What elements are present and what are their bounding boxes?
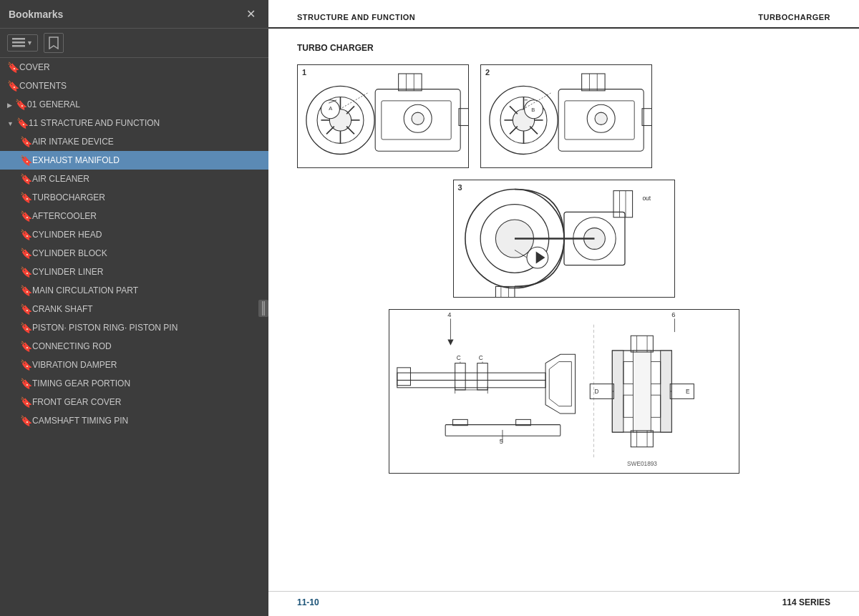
bookmark-ribbon-icon: 🔖: [20, 192, 32, 202]
bookmark-ribbon-icon: 🔖: [20, 155, 32, 165]
bookmark-label-vibration-damper: VIBRATION DAMPER: [32, 360, 261, 370]
diagram-3-number: 3: [458, 183, 462, 192]
bookmark-ribbon-icon: 🔖: [20, 285, 32, 295]
bookmark-label-cylinder-block: CYLINDER BLOCK: [32, 248, 261, 258]
svg-rect-93: [633, 351, 651, 432]
bookmark-ribbon-icon: 🔖: [20, 211, 32, 221]
svg-rect-96: [670, 384, 694, 399]
bookmark-item-exhaust-manifold[interactable]: 🔖 EXHAUST MANIFOLD: [0, 151, 268, 170]
bookmark-label-turbocharger: TURBOCHARGER: [32, 192, 261, 202]
bookmark-item-cylinder-block[interactable]: 🔖 CYLINDER BLOCK: [0, 244, 268, 263]
bookmark-item-cylinder-liner[interactable]: 🔖 CYLINDER LINER: [0, 263, 268, 281]
bookmark-label-connecting-rod: CONNECTING ROD: [32, 341, 261, 351]
svg-rect-72: [397, 380, 545, 387]
svg-rect-2: [12, 45, 25, 47]
svg-rect-0: [12, 38, 25, 40]
svg-rect-94: [590, 384, 613, 399]
resize-handle[interactable]: [258, 300, 268, 317]
bookmark-item-aftercooler[interactable]: 🔖 AFTERCOOLER: [0, 207, 268, 225]
bookmark-item-air-cleaner[interactable]: 🔖 AIR CLEANER: [0, 170, 268, 188]
header-chapter-label: TURBOCHARGER: [758, 13, 830, 21]
view-icon: [12, 38, 25, 48]
diagram-2-number: 2: [485, 68, 490, 77]
bookmark-ribbon-icon: 🔖: [7, 81, 19, 91]
bookmark-ribbon-icon: 🔖: [16, 118, 29, 128]
svg-line-34: [530, 127, 538, 135]
bookmark-item-connecting-rod[interactable]: 🔖 CONNECTING ROD: [0, 337, 268, 356]
svg-rect-20: [399, 74, 422, 91]
bookmark-action-button[interactable]: [44, 33, 64, 53]
bookmark-item-cylinder-head[interactable]: 🔖 CYLINDER HEAD: [0, 225, 268, 244]
svg-line-9: [346, 106, 354, 114]
bookmark-item-front-gear-cover[interactable]: 🔖 FRONT GEAR COVER: [0, 393, 268, 411]
header-section-label: STRUCTURE AND FUNCTION: [297, 13, 415, 21]
svg-rect-3: [262, 301, 263, 316]
page-header: STRUCTURE AND FUNCTION TURBOCHARGER: [268, 0, 859, 29]
resize-icon: [261, 301, 266, 316]
bookmark-item-vibration-damper[interactable]: 🔖 VIBRATION DAMPER: [0, 356, 268, 374]
bookmark-item-camshaft-timing[interactable]: 🔖 CAMSHAFT TIMING PIN: [0, 411, 268, 430]
bookmark-item-main-circulation[interactable]: 🔖 MAIN CIRCULATION PART: [0, 281, 268, 300]
bookmark-label-air-intake: AIR INTAKE DEVICE: [32, 137, 261, 147]
close-button[interactable]: ✕: [242, 6, 260, 22]
bookmark-ribbon-icon: 🔖: [20, 378, 32, 388]
svg-text:C: C: [456, 354, 460, 361]
svg-rect-77: [477, 363, 487, 390]
bookmark-item-timing-gear[interactable]: 🔖 TIMING GEAR PORTION: [0, 374, 268, 393]
bookmark-ribbon-icon: 🔖: [20, 174, 32, 184]
bookmarks-title: Bookmarks: [9, 9, 63, 20]
svg-rect-71: [397, 373, 545, 380]
bookmark-ribbon-icon: 🔖: [20, 267, 32, 277]
bookmark-label-exhaust-manifold: EXHAUST MANIFOLD: [32, 155, 261, 165]
bookmark-item-01-general[interactable]: 🔖 01 GENERAL: [0, 95, 268, 114]
diagram-3: 3: [453, 180, 675, 298]
bookmark-item-cover[interactable]: 🔖 COVER: [0, 58, 268, 77]
turbocharger-diagram-3: out: [454, 180, 674, 297]
bookmark-ribbon-icon: 🔖: [20, 248, 32, 258]
bookmark-label-cylinder-liner: CYLINDER LINER: [32, 267, 261, 277]
bookmark-label-crank-shaft: CRANK SHAFT: [32, 304, 261, 314]
bookmark-label-piston-ring: PISTON· PISTON RING· PISTON PIN: [32, 323, 261, 333]
bookmark-label-cover: COVER: [19, 62, 261, 72]
bookmark-label-air-cleaner: AIR CLEANER: [32, 174, 261, 184]
bookmark-label-timing-gear: TIMING GEAR PORTION: [32, 378, 261, 388]
bookmark-ribbon-icon: 🔖: [20, 341, 32, 351]
bookmark-ribbon-icon: 🔖: [20, 137, 32, 147]
bookmark-ribbon-icon: 🔖: [20, 304, 32, 314]
bookmark-label-contents: CONTENTS: [19, 81, 261, 91]
svg-rect-1: [12, 41, 25, 44]
bookmark-label-camshaft-timing: CAMSHAFT TIMING PIN: [32, 416, 261, 426]
page-number: 11-10: [297, 597, 319, 607]
bookmark-label-main-circulation: MAIN CIRCULATION PART: [32, 285, 261, 295]
svg-text:C: C: [478, 354, 482, 361]
bookmark-ribbon-icon: 🔖: [7, 62, 19, 72]
diagram-2: 2 B: [480, 64, 652, 168]
bookmarks-header: Bookmarks ✕: [0, 0, 268, 29]
bookmark-item-air-intake[interactable]: 🔖 AIR INTAKE DEVICE: [0, 132, 268, 151]
bookmark-item-crank-shaft[interactable]: 🔖 CRANK SHAFT: [0, 300, 268, 318]
series-name: 114 SERIES: [782, 597, 830, 607]
content-panel: STRUCTURE AND FUNCTION TURBOCHARGER TURB…: [268, 0, 859, 616]
bookmark-ribbon-icon: 🔖: [20, 230, 32, 240]
bookmarks-list: 🔖 COVER 🔖 CONTENTS 🔖 01 GENERAL 🔖 11 STR…: [0, 58, 268, 616]
section-title: TURBO CHARGER: [297, 43, 830, 53]
bookmark-item-11-structure[interactable]: 🔖 11 STRACTURE AND FUNCTION: [0, 114, 268, 132]
bookmark-item-turbocharger[interactable]: 🔖 TURBOCHARGER: [0, 188, 268, 207]
svg-text:E: E: [685, 388, 689, 395]
bookmark-item-piston-ring[interactable]: 🔖 PISTON· PISTON RING· PISTON PIN: [0, 318, 268, 337]
diagram-1: 1: [297, 64, 469, 168]
svg-text:SWE01893: SWE01893: [627, 460, 657, 467]
svg-text:6: 6: [671, 311, 675, 318]
svg-rect-44: [582, 74, 605, 91]
bookmark-label-cylinder-head: CYLINDER HEAD: [32, 230, 261, 240]
svg-rect-58: [613, 191, 633, 217]
turbocharger-diagram-456: 4 C: [389, 310, 739, 473]
svg-line-13: [326, 127, 334, 135]
svg-rect-100: [631, 336, 653, 352]
bookmark-item-contents[interactable]: 🔖 CONTENTS: [0, 77, 268, 95]
svg-line-36: [510, 127, 518, 135]
svg-rect-73: [397, 368, 410, 386]
bookmark-ribbon-icon: 🔖: [20, 397, 32, 407]
view-options-button[interactable]: ▼: [7, 34, 38, 52]
dropdown-arrow: ▼: [26, 39, 33, 47]
